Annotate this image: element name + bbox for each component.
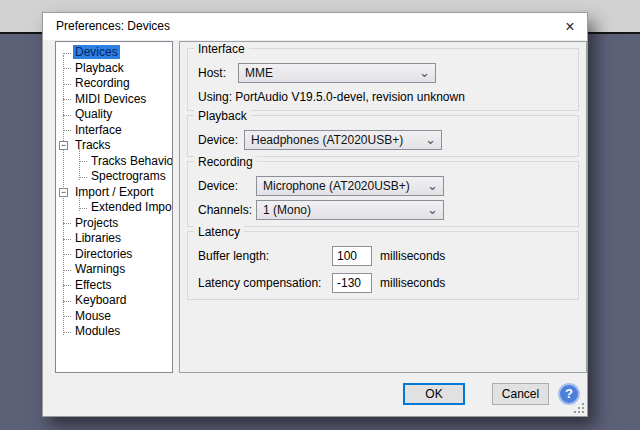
sidebar-item-recording[interactable]: Recording <box>56 76 172 92</box>
sidebar-item-mouse[interactable]: Mouse <box>56 309 172 325</box>
recording-device-label: Device: <box>198 179 250 193</box>
chevron-down-icon: ⌄ <box>427 202 438 218</box>
sidebar-item-warnings[interactable]: Warnings <box>56 262 172 278</box>
buffer-length-unit: milliseconds <box>380 249 445 263</box>
buffer-length-input[interactable] <box>332 246 372 266</box>
preferences-dialog: Preferences: Devices × Devices Playback … <box>42 12 588 417</box>
recording-device-value: Microphone (AT2020USB+) <box>263 179 410 193</box>
collapse-minus-icon[interactable]: − <box>59 188 68 197</box>
sidebar-item-effects[interactable]: Effects <box>56 278 172 294</box>
playback-device-value: Headphones (AT2020USB+) <box>251 133 403 147</box>
channels-value: 1 (Mono) <box>263 203 311 217</box>
title-bar[interactable]: Preferences: Devices × <box>43 13 587 40</box>
chevron-down-icon: ⌄ <box>419 65 430 81</box>
sidebar-item-tracks-behaviors[interactable]: Tracks Behaviors <box>56 154 172 170</box>
buffer-length-label: Buffer length: <box>198 249 326 263</box>
latency-group-legend: Latency <box>194 225 244 239</box>
sidebar-item-modules[interactable]: Modules <box>56 324 172 340</box>
chevron-down-icon: ⌄ <box>425 132 436 148</box>
sidebar-item-libraries[interactable]: Libraries <box>56 231 172 247</box>
sidebar-item-extended-import[interactable]: Extended Import <box>56 200 172 216</box>
portaudio-version-text: Using: PortAudio V19.5.0-devel, revision… <box>198 90 570 104</box>
sidebar-item-midi-devices[interactable]: MIDI Devices <box>56 92 172 108</box>
channels-dropdown[interactable]: 1 (Mono) ⌄ <box>256 200 444 220</box>
playback-group-legend: Playback <box>194 109 251 123</box>
cancel-button[interactable]: Cancel <box>492 383 549 405</box>
host-dropdown[interactable]: MME ⌄ <box>238 63 436 83</box>
collapse-minus-icon[interactable]: − <box>59 141 68 150</box>
recording-group: Recording Device: Microphone (AT2020USB+… <box>187 161 579 227</box>
host-dropdown-value: MME <box>245 66 273 80</box>
sidebar-item-tracks[interactable]: −Tracks <box>56 138 172 154</box>
sidebar-item-playback[interactable]: Playback <box>56 61 172 77</box>
recording-group-legend: Recording <box>194 155 257 169</box>
ok-button[interactable]: OK <box>403 383 465 405</box>
sidebar-item-keyboard[interactable]: Keyboard <box>56 293 172 309</box>
dialog-title: Preferences: Devices <box>56 13 170 40</box>
playback-group: Playback Device: Headphones (AT2020USB+)… <box>187 115 579 157</box>
interface-group-legend: Interface <box>194 42 249 56</box>
help-button[interactable]: ? <box>558 383 580 405</box>
latency-compensation-unit: milliseconds <box>380 276 445 290</box>
settings-panel: Interface Host: MME ⌄ Using: PortAudio V… <box>179 41 587 373</box>
sidebar-item-interface[interactable]: Interface <box>56 123 172 139</box>
channels-label: Channels: <box>198 203 250 217</box>
resize-grip[interactable] <box>574 403 584 413</box>
sidebar-item-spectrograms[interactable]: Spectrograms <box>56 169 172 185</box>
close-icon[interactable]: × <box>559 16 581 37</box>
latency-compensation-input[interactable] <box>332 273 372 293</box>
chevron-down-icon: ⌄ <box>427 178 438 194</box>
sidebar-item-directories[interactable]: Directories <box>56 247 172 263</box>
latency-compensation-label: Latency compensation: <box>198 276 326 290</box>
host-label: Host: <box>198 66 232 80</box>
recording-device-dropdown[interactable]: Microphone (AT2020USB+) ⌄ <box>256 176 444 196</box>
sidebar-item-devices[interactable]: Devices <box>56 45 172 61</box>
interface-group: Interface Host: MME ⌄ Using: PortAudio V… <box>187 48 579 111</box>
sidebar-item-quality[interactable]: Quality <box>56 107 172 123</box>
playback-device-label: Device: <box>198 133 238 147</box>
latency-group: Latency Buffer length: milliseconds Late… <box>187 231 579 300</box>
sidebar-item-projects[interactable]: Projects <box>56 216 172 232</box>
playback-device-dropdown[interactable]: Headphones (AT2020USB+) ⌄ <box>244 130 442 150</box>
preferences-tree: Devices Playback Recording MIDI Devices … <box>55 41 173 373</box>
sidebar-item-import-export[interactable]: −Import / Export <box>56 185 172 201</box>
